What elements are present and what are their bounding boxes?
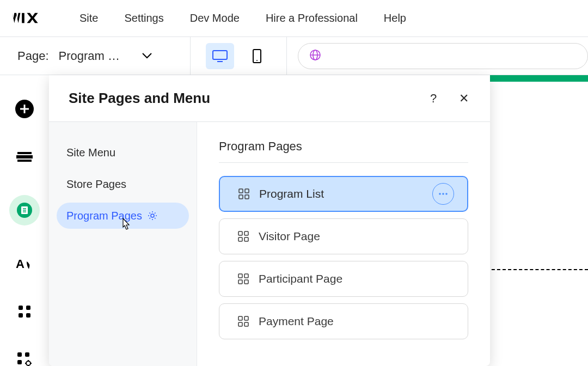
svg-rect-31: [239, 195, 243, 199]
sidebar-item-label: Program Pages: [66, 210, 142, 222]
svg-rect-30: [245, 189, 249, 193]
svg-rect-23: [26, 313, 30, 318]
section-title: Program Pages: [219, 139, 468, 154]
svg-rect-12: [16, 155, 33, 158]
svg-rect-29: [239, 189, 243, 193]
page-item-visitor-page[interactable]: Visitor Page: [219, 218, 468, 254]
page-item-payment-page[interactable]: Payment Page: [219, 303, 468, 339]
layers-button[interactable]: [15, 147, 34, 167]
svg-rect-38: [238, 237, 242, 241]
panel-sidebar: Site Menu Store Pages Program Pages: [49, 122, 197, 366]
svg-rect-47: [244, 322, 248, 326]
svg-rect-45: [244, 316, 248, 320]
svg-rect-40: [238, 274, 242, 278]
chevron-down-icon[interactable]: [137, 46, 157, 66]
page-item-participant-page[interactable]: Participant Page: [219, 261, 468, 297]
panel-body: Site Menu Store Pages Program Pages Prog…: [49, 122, 490, 366]
top-menu: Site Settings Dev Mode Hire a Profession…: [79, 12, 406, 25]
svg-rect-32: [245, 195, 249, 199]
menu-site[interactable]: Site: [79, 12, 98, 25]
section-divider: [219, 162, 468, 163]
url-bar[interactable]: [298, 43, 588, 69]
svg-rect-36: [238, 231, 242, 235]
svg-rect-0: [22, 13, 24, 22]
svg-rect-44: [238, 316, 242, 320]
svg-point-27: [26, 361, 30, 365]
menu-settings[interactable]: Settings: [124, 12, 163, 25]
secondary-toolbar: Page: Program …: [0, 37, 588, 75]
page-type-icon: [237, 315, 250, 328]
svg-point-4: [256, 60, 258, 61]
svg-rect-20: [19, 306, 23, 310]
page-type-icon: [237, 230, 250, 243]
wix-logo[interactable]: [10, 11, 49, 26]
svg-rect-42: [238, 280, 242, 284]
theme-button[interactable]: A: [15, 254, 34, 273]
svg-rect-22: [19, 313, 23, 318]
menu-dev-mode[interactable]: Dev Mode: [190, 12, 240, 25]
svg-rect-26: [17, 360, 22, 364]
panel-header: Site Pages and Menu ? ✕: [49, 75, 490, 122]
svg-point-33: [439, 193, 441, 195]
svg-text:A: A: [16, 257, 24, 271]
svg-rect-21: [26, 306, 30, 310]
panel-title: Site Pages and Menu: [69, 90, 210, 107]
close-icon[interactable]: ✕: [457, 92, 470, 105]
top-menu-bar: Site Settings Dev Mode Hire a Profession…: [0, 0, 588, 37]
sidebar-item-store-pages[interactable]: Store Pages: [57, 171, 189, 197]
sidebar-item-label: Site Menu: [66, 147, 115, 159]
page-label: Page:: [17, 49, 49, 63]
page-item-label: Visitor Page: [259, 230, 455, 243]
svg-rect-11: [17, 152, 32, 154]
left-rail: A: [0, 75, 49, 366]
menu-hire-professional[interactable]: Hire a Professional: [266, 12, 358, 25]
svg-rect-37: [244, 231, 248, 235]
gear-icon[interactable]: [148, 211, 157, 221]
app-settings-button[interactable]: [15, 350, 34, 366]
mobile-view-button[interactable]: [243, 43, 271, 69]
page-item-label: Program List: [259, 187, 432, 200]
svg-rect-41: [244, 274, 248, 278]
globe-icon: [309, 49, 321, 63]
page-item-program-list[interactable]: Program List: [219, 176, 468, 212]
sidebar-item-label: Store Pages: [66, 178, 126, 191]
svg-point-28: [151, 214, 154, 217]
svg-rect-24: [17, 352, 22, 357]
page-item-label: Payment Page: [259, 315, 455, 328]
svg-rect-13: [17, 160, 32, 162]
page-type-icon: [237, 272, 250, 285]
current-page-name: Program …: [59, 49, 120, 63]
desktop-view-button[interactable]: [206, 43, 234, 69]
menu-help[interactable]: Help: [384, 12, 406, 25]
pages-button[interactable]: [9, 195, 40, 225]
svg-rect-46: [238, 322, 242, 326]
sidebar-item-program-pages[interactable]: Program Pages: [57, 203, 189, 229]
help-icon[interactable]: ?: [427, 92, 440, 105]
svg-point-35: [445, 193, 448, 195]
page-item-label: Participant Page: [259, 272, 455, 285]
panel-actions: ? ✕: [427, 92, 470, 105]
svg-rect-1: [213, 51, 227, 59]
apps-button[interactable]: [15, 302, 34, 321]
page-list: Program List Visitor Page Participant P: [219, 176, 468, 339]
svg-rect-39: [244, 237, 248, 241]
svg-rect-43: [244, 280, 248, 284]
site-pages-panel: Site Pages and Menu ? ✕ Site Menu Store …: [49, 75, 490, 366]
device-switcher: [191, 37, 287, 75]
add-button[interactable]: [15, 99, 34, 119]
sidebar-item-site-menu[interactable]: Site Menu: [57, 139, 189, 166]
svg-point-34: [442, 193, 444, 195]
page-type-icon: [237, 187, 250, 200]
panel-main: Program Pages Program List Visitor: [197, 122, 490, 366]
svg-rect-25: [25, 352, 29, 357]
page-selector[interactable]: Page: Program …: [0, 37, 191, 75]
more-options-button[interactable]: [432, 183, 454, 205]
